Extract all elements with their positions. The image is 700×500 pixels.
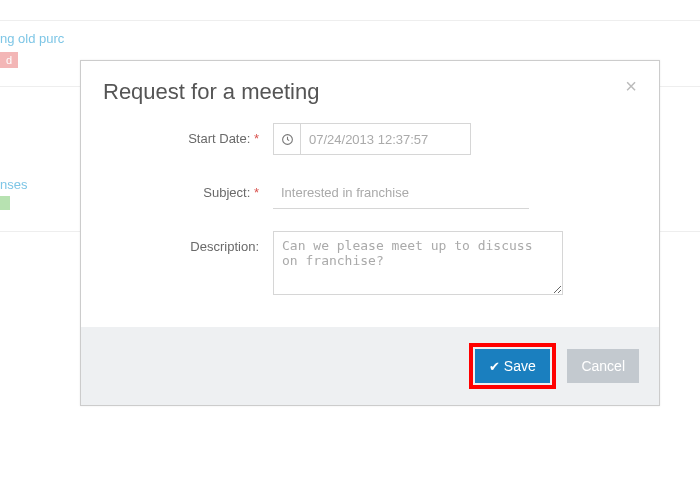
meeting-request-modal: Request for a meeting × Start Date: * Su… [80, 60, 660, 406]
modal-header: Request for a meeting × [81, 61, 659, 123]
save-button[interactable]: ✔Save [475, 349, 550, 383]
label-start-date-text: Start Date: [188, 131, 250, 146]
row-start-date: Start Date: * [103, 123, 637, 155]
cancel-button[interactable]: Cancel [567, 349, 639, 383]
subject-input[interactable] [273, 177, 529, 209]
row-subject: Subject: * [103, 177, 637, 209]
row-description: Description: [103, 231, 637, 295]
clock-icon[interactable] [273, 123, 301, 155]
bg-link-2[interactable]: nses [0, 177, 27, 192]
required-marker: * [254, 131, 259, 146]
label-subject: Subject: * [103, 177, 273, 200]
description-input[interactable] [273, 231, 563, 295]
label-description: Description: [103, 231, 273, 254]
bg-link-1[interactable]: ng old purc [0, 31, 64, 46]
close-icon[interactable]: × [619, 75, 643, 97]
required-marker: * [254, 185, 259, 200]
modal-body: Start Date: * Subject: * Des [81, 123, 659, 327]
save-highlight: ✔Save [469, 343, 556, 389]
bg-badge-2 [0, 196, 10, 210]
save-button-label: Save [504, 358, 536, 374]
label-start-date: Start Date: * [103, 123, 273, 146]
start-date-input[interactable] [301, 123, 471, 155]
bg-badge-1: d [0, 52, 18, 68]
modal-footer: ✔Save Cancel [81, 327, 659, 405]
label-subject-text: Subject: [203, 185, 250, 200]
modal-title: Request for a meeting [103, 79, 637, 105]
check-icon: ✔ [489, 350, 500, 384]
